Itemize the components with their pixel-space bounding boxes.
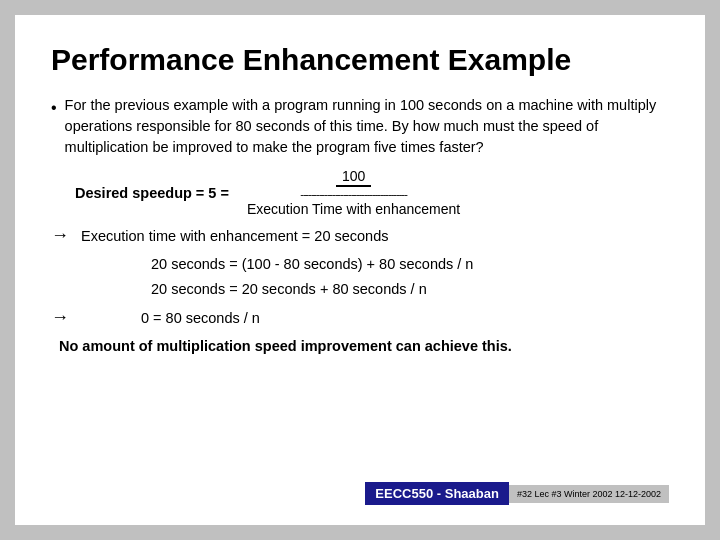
slide-title: Performance Enhancement Example [51,43,669,77]
arrow-icon-1: → [51,225,69,246]
execution-line: → Execution time with enhancement = 20 s… [51,225,669,246]
speedup-block: Desired speedup = 5 = 100 --------------… [75,168,669,217]
fraction-dashes: ---------------------------------------- [247,188,460,200]
fraction: 100 ------------------------------------… [241,168,466,217]
equation-block: 20 seconds = (100 - 80 seconds) + 80 sec… [151,252,669,301]
eq2-text: 20 seconds = 20 seconds + 80 seconds / n [151,277,427,302]
speedup-label: Desired speedup = 5 = [75,185,229,201]
eq1-text: 20 seconds = (100 - 80 seconds) + 80 sec… [151,252,473,277]
fraction-denominator: ----------------------------------------… [241,187,466,217]
footer: EECC550 - Shaaban #32 Lec #3 Winter 2002… [51,482,669,505]
zero-line: → 0 = 80 seconds / n [51,307,669,328]
footer-badge: EECC550 - Shaaban [365,482,509,505]
zero-text: 0 = 80 seconds / n [141,310,260,326]
equation-line-2: 20 seconds = 20 seconds + 80 seconds / n [151,277,669,302]
footer-info: #32 Lec #3 Winter 2002 12-12-2002 [509,485,669,503]
slide-content: • For the previous example with a progra… [51,95,669,474]
arrow-icon-2: → [51,307,69,328]
bullet-item: • For the previous example with a progra… [51,95,669,158]
fraction-den-label: Execution Time with enhancement [247,201,460,217]
execution-text: Execution time with enhancement = 20 sec… [81,228,389,244]
bullet-dot: • [51,96,57,158]
equation-line-1: 20 seconds = (100 - 80 seconds) + 80 sec… [151,252,669,277]
fraction-numerator: 100 [336,168,371,187]
slide: Performance Enhancement Example • For th… [15,15,705,525]
bullet-text: For the previous example with a program … [65,95,669,158]
conclusion-text: No amount of multiplication speed improv… [59,338,669,354]
